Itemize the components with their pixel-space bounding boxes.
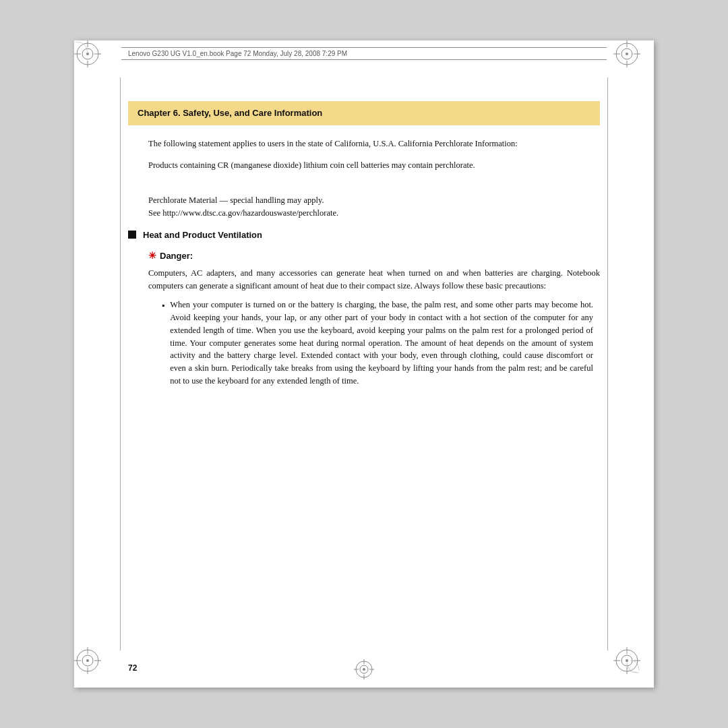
chapter-heading: Chapter 6. Safety, Use, and Care Informa… (128, 101, 600, 125)
file-info-bar: Lenovo G230 UG V1.0_en.book Page 72 Mond… (121, 47, 607, 60)
svg-point-16 (86, 659, 89, 662)
heat-heading-text: Heat and Product Ventilation (143, 229, 262, 242)
svg-point-30 (363, 668, 365, 671)
corner-bl (74, 647, 115, 688)
danger-intro-text: Computers, AC adapters, and many accesso… (148, 268, 600, 291)
california-para1-text: The following statement applies to users… (148, 139, 518, 148)
left-rule (120, 78, 121, 650)
california-para2-text: Products containing CR (manganese dioxid… (148, 160, 475, 170)
page-number: 72 (128, 663, 137, 673)
bullet-item-1: ▪ When your computer is turned on or the… (162, 299, 593, 387)
california-para1: The following statement applies to users… (148, 138, 600, 150)
corner-tr (613, 40, 654, 81)
bullet-item-1-text: When your computer is turned on or the b… (170, 299, 593, 387)
california-para3-text: Perchlorate Material — special handling … (148, 195, 338, 218)
page-content: Chapter 6. Safety, Use, and Care Informa… (128, 101, 600, 388)
section-bullet-icon (128, 231, 136, 239)
corner-br (613, 647, 654, 688)
file-info-text: Lenovo G230 UG V1.0_en.book Page 72 Mond… (128, 50, 347, 57)
danger-icon: ✳ (148, 249, 156, 263)
svg-point-9 (626, 53, 628, 55)
chapter-heading-text: Chapter 6. Safety, Use, and Care Informa… (138, 108, 322, 118)
bullet-dash-icon: ▪ (162, 299, 164, 311)
california-para3: Perchlorate Material — special handling … (148, 181, 600, 219)
danger-intro-para: Computers, AC adapters, and many accesso… (148, 267, 600, 293)
right-rule (607, 78, 608, 650)
bottom-center-reg (354, 659, 374, 682)
danger-label: ✳ Danger: (148, 249, 600, 263)
document-page: Lenovo G230 UG V1.0_en.book Page 72 Mond… (74, 40, 654, 688)
corner-tl (74, 40, 115, 81)
heat-section-heading: Heat and Product Ventilation (128, 229, 600, 242)
page-number-text: 72 (128, 663, 137, 673)
california-para2: Products containing CR (manganese dioxid… (148, 159, 600, 172)
danger-label-text: Danger: (160, 249, 193, 263)
